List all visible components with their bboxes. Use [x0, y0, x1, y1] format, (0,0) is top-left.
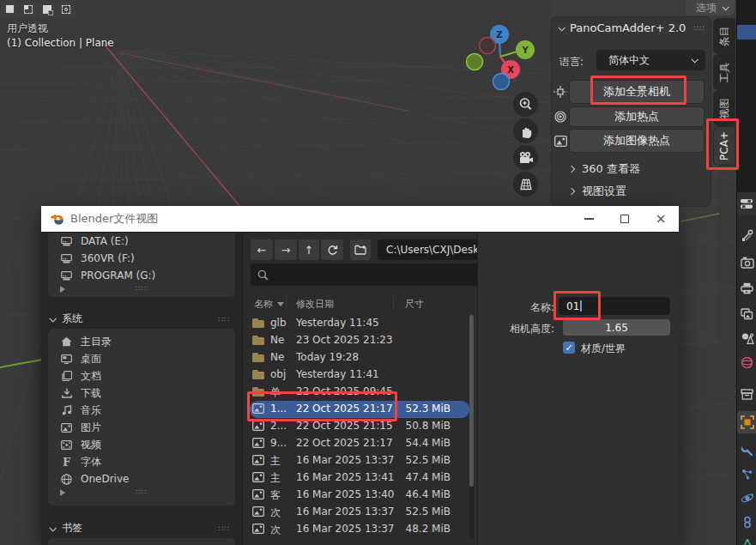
pan-button[interactable]: [513, 118, 538, 143]
select-invert-button[interactable]: [57, 1, 75, 17]
column-header-size[interactable]: 尺寸: [405, 298, 424, 311]
system-section-header[interactable]: 系统 ∷∷: [50, 312, 233, 326]
pan-hand-icon: [519, 124, 533, 138]
tab-output[interactable]: [737, 277, 756, 300]
sidebar-item-videos[interactable]: 视频: [48, 436, 235, 453]
volume-item[interactable]: PROGRAM (G:): [48, 267, 235, 284]
scene-icon: [741, 332, 754, 344]
grid-view-icon: [518, 178, 534, 191]
camera-height-input[interactable]: 1.65: [563, 319, 670, 336]
file-list-scrollbar[interactable]: [469, 315, 474, 538]
expand-arrow-icon[interactable]: [60, 489, 65, 496]
language-dropdown[interactable]: 简体中文: [596, 50, 705, 70]
outliner-selected-row[interactable]: [737, 25, 756, 39]
tab-particles[interactable]: [737, 463, 756, 485]
zoom-button[interactable]: [513, 92, 538, 117]
section-view-settings[interactable]: 视图设置: [569, 184, 626, 199]
sidebar-item-desktop[interactable]: 桌面: [48, 350, 235, 367]
file-row[interactable]: 主 16 Mar 2025 13:41 47.4 MiB: [250, 469, 469, 487]
drag-handle-icon[interactable]: ∷∷: [136, 284, 147, 293]
up-button[interactable]: ↑: [299, 239, 319, 260]
sidebar-item-downloads[interactable]: 下载: [48, 385, 235, 402]
particles-icon: [741, 468, 753, 481]
column-header-date[interactable]: 修改日期: [296, 298, 334, 311]
file-row[interactable]: 2... 22 Oct 2025 21:15 50.8 MiB: [250, 418, 469, 435]
grid-ortho-button[interactable]: [513, 172, 538, 197]
select-subtract-button[interactable]: [39, 1, 56, 17]
collapse-chevron-icon: [49, 524, 56, 531]
back-button[interactable]: ←: [251, 239, 273, 260]
file-row[interactable]: 客 16 Mar 2025 13:40 46.4 MiB: [250, 487, 469, 504]
select-new-button[interactable]: [1, 1, 18, 17]
bookmarks-section-header[interactable]: 书签 ∷∷: [50, 521, 233, 536]
column-header-name[interactable]: 名称: [254, 298, 284, 311]
gizmo-minus-z-axis[interactable]: [493, 74, 510, 90]
new-folder-button[interactable]: [350, 239, 371, 260]
font-icon: F: [60, 456, 73, 469]
tab-scene[interactable]: [737, 327, 756, 349]
tab-modifiers[interactable]: [737, 439, 756, 461]
panel-header[interactable]: PanoCamAdder+ 2.0 ∷∷: [559, 21, 705, 34]
chevron-down-icon: [722, 3, 729, 10]
tab-collection[interactable]: [737, 383, 756, 405]
sidebar-tab[interactable]: 条目: [714, 19, 735, 53]
select-extend-button[interactable]: [20, 1, 37, 17]
tab-world[interactable]: [737, 351, 756, 373]
tab-viewlayer[interactable]: [737, 303, 756, 325]
file-row[interactable]: 单 22 Oct 2025 09:45: [250, 384, 469, 401]
add-image-hotspot-button[interactable]: 添加图像热点: [570, 130, 704, 152]
sidebar-tab[interactable]: 视图: [714, 91, 735, 125]
sidebar-tab[interactable]: 工具: [714, 55, 735, 89]
file-row[interactable]: 9... 22 Oct 2025 21:17 54.4 MiB: [250, 435, 469, 452]
add-hotspot-button[interactable]: 添加热点: [570, 107, 704, 126]
sidebar-item-documents[interactable]: 文档: [48, 367, 235, 385]
download-icon: [60, 388, 73, 398]
sidebar-item-pictures[interactable]: 图片: [48, 419, 235, 436]
gizmo-minus-y-axis[interactable]: [467, 54, 483, 70]
file-row[interactable]: Ne 23 Oct 2025 21:23: [250, 332, 469, 349]
file-row[interactable]: 1... 22 Oct 2025 21:17 52.3 MiB: [250, 401, 469, 418]
refresh-button[interactable]: [321, 239, 343, 260]
file-row[interactable]: 次 16 Mar 2025 13:37 52.5 MiB: [250, 504, 469, 521]
file-row[interactable]: Ne Today 19:28: [250, 349, 469, 366]
drag-handle-icon[interactable]: ∷∷: [136, 487, 147, 496]
image-file-icon: [252, 489, 265, 500]
file-row[interactable]: obj Yesterday 11:41: [250, 366, 469, 384]
sidebar-item-fonts[interactable]: F 字体: [48, 453, 235, 470]
sidebar-tab[interactable]: PCA+: [714, 127, 735, 165]
volume-item[interactable]: DATA (E:): [48, 233, 235, 250]
search-input[interactable]: [251, 263, 498, 286]
tab-physics[interactable]: [737, 487, 756, 509]
navigation-gizmo[interactable]: Z Y X: [463, 21, 558, 99]
file-row[interactable]: 主 16 Mar 2025 13:37 52.5 MiB: [250, 452, 469, 469]
sidebar-item-music[interactable]: 音乐: [48, 402, 235, 419]
drag-handle-icon: ∷∷: [219, 315, 230, 324]
camera-view-button[interactable]: [513, 145, 538, 170]
file-list: glb Yesterday 11:45 Ne 23 Oct 2025 21:23: [250, 315, 469, 538]
tab-tool[interactable]: [737, 224, 756, 246]
close-button[interactable]: ×: [643, 206, 679, 232]
maximize-button[interactable]: [607, 206, 643, 232]
tab-mesh-data[interactable]: [737, 533, 756, 545]
tab-render[interactable]: [737, 251, 756, 274]
tab-constraints[interactable]: [737, 511, 756, 533]
tab-object-active[interactable]: [737, 411, 756, 433]
add-pano-camera-button[interactable]: 添加全景相机: [570, 81, 704, 103]
properties-editor-type-button[interactable]: [736, 192, 756, 215]
section-360-viewer[interactable]: 360 查看器: [569, 161, 640, 177]
drag-handle-icon[interactable]: ∷∷: [694, 24, 705, 33]
window-titlebar[interactable]: Blender文件视图 ×: [41, 206, 679, 232]
sidebar-item-onedrive[interactable]: OneDrive: [48, 470, 235, 487]
new-folder-icon: [354, 245, 367, 256]
minimize-button[interactable]: [571, 206, 607, 232]
material-world-checkbox[interactable]: ✓: [563, 342, 575, 354]
gizmo-minus-x-axis[interactable]: [480, 38, 496, 54]
file-row[interactable]: glb Yesterday 11:45: [250, 315, 469, 332]
file-row[interactable]: 次 16 Mar 2025 13:37 48.2 MiB: [250, 521, 469, 538]
image-file-icon: [252, 455, 265, 466]
volume-item[interactable]: 360VR (F:): [48, 250, 235, 267]
expand-arrow-icon[interactable]: [60, 286, 65, 293]
camera-name-input[interactable]: 01: [559, 297, 670, 315]
sidebar-item-home[interactable]: 主目录: [48, 333, 235, 350]
forward-button[interactable]: →: [275, 239, 297, 260]
